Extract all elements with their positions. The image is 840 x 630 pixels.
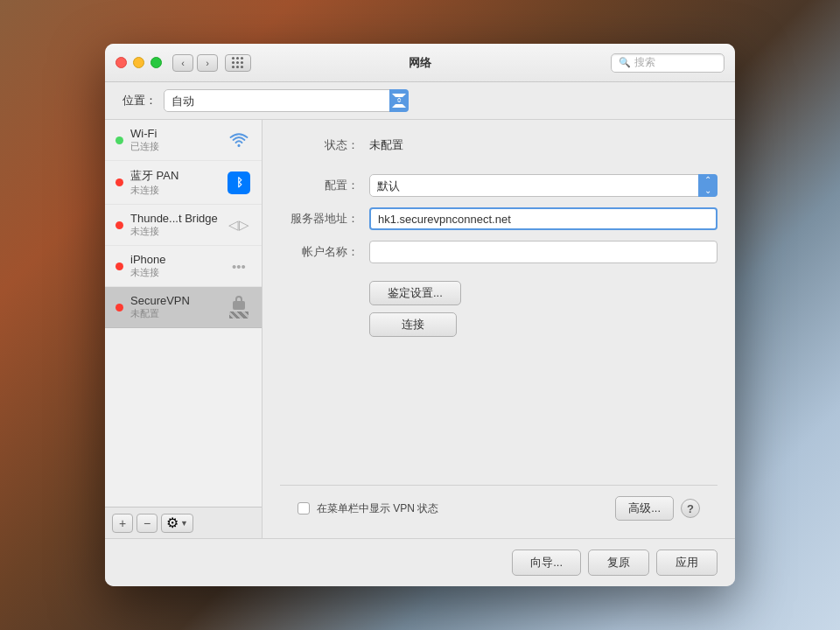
- account-name-input[interactable]: [369, 241, 718, 263]
- apply-button[interactable]: 应用: [656, 550, 718, 576]
- wifi-item-status: 已连接: [130, 140, 227, 153]
- config-select-wrapper: 默认 自定义: [369, 174, 718, 197]
- auth-settings-button[interactable]: 鉴定设置...: [369, 281, 461, 305]
- server-address-input[interactable]: [369, 207, 718, 230]
- grid-icon: [232, 57, 244, 69]
- thunderbolt-status-dot: [116, 221, 123, 229]
- iphone-item-text: iPhone 未连接: [130, 253, 227, 279]
- close-button[interactable]: [116, 57, 127, 68]
- show-vpn-checkbox-row: 在菜单栏中显示 VPN 状态: [298, 501, 438, 516]
- iphone-item-name: iPhone: [130, 253, 227, 266]
- wifi-status-dot: [116, 136, 123, 144]
- panel-content: 状态： 未配置 配置： 默认 自定义 服务器地址：: [280, 137, 718, 485]
- securevpn-item-status: 未配置: [130, 307, 227, 320]
- show-vpn-checkbox[interactable]: [298, 502, 310, 514]
- thunderbolt-item-text: Thunde...t Bridge 未连接: [130, 212, 227, 238]
- status-value: 未配置: [369, 137, 403, 153]
- window-title: 网络: [409, 55, 431, 71]
- help-button[interactable]: ?: [681, 499, 700, 518]
- titlebar: ‹ › 网络 🔍 搜索: [105, 44, 735, 82]
- bluetooth-item-status: 未连接: [130, 184, 227, 197]
- sidebar-list: Wi-Fi 已连接: [105, 120, 262, 507]
- traffic-lights: [116, 57, 162, 68]
- thunderbolt-item-status: 未连接: [130, 225, 227, 238]
- sidebar-toolbar: + − ⚙ ▼: [105, 507, 262, 538]
- status-row: 状态： 未配置: [280, 137, 718, 153]
- config-row: 配置： 默认 自定义: [280, 174, 718, 197]
- location-bar: 位置： 自动 工作 家庭: [105, 82, 735, 120]
- network-window: ‹ › 网络 🔍 搜索 位置： 自动 工作 家庭: [105, 44, 735, 586]
- gear-icon: ⚙: [166, 514, 178, 531]
- network-settings-button[interactable]: ⚙ ▼: [161, 514, 193, 533]
- server-row: 服务器地址：: [280, 207, 718, 230]
- sidebar: Wi-Fi 已连接: [105, 120, 262, 538]
- main-panel: 状态： 未配置 配置： 默认 自定义 服务器地址：: [262, 120, 735, 538]
- content-area: Wi-Fi 已连接: [105, 120, 735, 538]
- action-buttons: 鉴定设置... 连接: [369, 281, 718, 337]
- nav-buttons: ‹ ›: [172, 54, 218, 72]
- location-select-wrapper: 自动 工作 家庭: [164, 89, 409, 112]
- config-select[interactable]: 默认 自定义: [369, 174, 718, 197]
- back-button[interactable]: ‹: [172, 54, 193, 72]
- svg-point-0: [238, 144, 241, 147]
- iphone-icon: •••: [227, 254, 251, 278]
- connect-button[interactable]: 连接: [369, 312, 457, 337]
- maximize-button[interactable]: [150, 57, 162, 68]
- footer-buttons: 向导... 复原 应用: [105, 538, 735, 586]
- wifi-item-text: Wi-Fi 已连接: [130, 127, 227, 153]
- add-network-button[interactable]: +: [112, 514, 133, 533]
- wifi-item-name: Wi-Fi: [130, 127, 227, 140]
- bluetooth-status-dot: [116, 178, 123, 186]
- search-icon: 🔍: [619, 57, 631, 68]
- bluetooth-item-text: 蓝牙 PAN 未连接: [130, 168, 227, 197]
- sidebar-item-iphone[interactable]: iPhone 未连接 •••: [105, 246, 262, 287]
- sidebar-item-securevpn[interactable]: SecureVPN 未配置: [105, 287, 262, 328]
- minimize-button[interactable]: [133, 57, 144, 68]
- gear-dropdown-arrow: ▼: [180, 519, 188, 528]
- revert-button[interactable]: 复原: [588, 550, 649, 576]
- wizard-button[interactable]: 向导...: [512, 550, 581, 576]
- location-label: 位置：: [122, 93, 157, 108]
- securevpn-status-dot: [116, 304, 123, 312]
- remove-network-button[interactable]: −: [136, 514, 158, 533]
- vpn-icon: [227, 295, 251, 319]
- sidebar-item-thunderbolt[interactable]: Thunde...t Bridge 未连接 ◁▷: [105, 205, 262, 246]
- account-field-label: 帐户名称：: [280, 244, 359, 260]
- bottom-area: 在菜单栏中显示 VPN 状态 高级... ?: [280, 485, 718, 521]
- search-placeholder: 搜索: [634, 55, 655, 70]
- thunderbolt-item-name: Thunde...t Bridge: [130, 212, 227, 225]
- iphone-status-dot: [116, 262, 123, 270]
- sidebar-item-wifi[interactable]: Wi-Fi 已连接: [105, 120, 262, 161]
- thunderbolt-icon: ◁▷: [227, 213, 251, 237]
- iphone-item-status: 未连接: [130, 266, 227, 279]
- account-row: 帐户名称：: [280, 241, 718, 263]
- securevpn-item-name: SecureVPN: [130, 294, 227, 307]
- status-field-label: 状态：: [280, 137, 359, 153]
- bottom-right-buttons: 高级... ?: [615, 496, 700, 521]
- bluetooth-icon: ᛒ: [227, 171, 251, 195]
- server-field-label: 服务器地址：: [280, 211, 359, 227]
- advanced-button[interactable]: 高级...: [615, 496, 674, 521]
- location-select[interactable]: 自动 工作 家庭: [164, 89, 409, 112]
- search-box[interactable]: 🔍 搜索: [611, 53, 724, 73]
- bluetooth-icon-box: ᛒ: [228, 172, 250, 194]
- show-vpn-label: 在菜单栏中显示 VPN 状态: [317, 501, 438, 516]
- grid-button[interactable]: [225, 54, 251, 72]
- bluetooth-item-name: 蓝牙 PAN: [130, 168, 227, 184]
- vpn-lock-icon: [227, 296, 251, 318]
- config-field-label: 配置：: [280, 178, 359, 193]
- wifi-icon: [227, 128, 251, 152]
- sidebar-item-bluetooth[interactable]: 蓝牙 PAN 未连接 ᛒ: [105, 161, 262, 205]
- thunderbolt-arrows-icon: ◁▷: [228, 217, 249, 233]
- securevpn-item-text: SecureVPN 未配置: [130, 294, 227, 320]
- forward-button[interactable]: ›: [197, 54, 218, 72]
